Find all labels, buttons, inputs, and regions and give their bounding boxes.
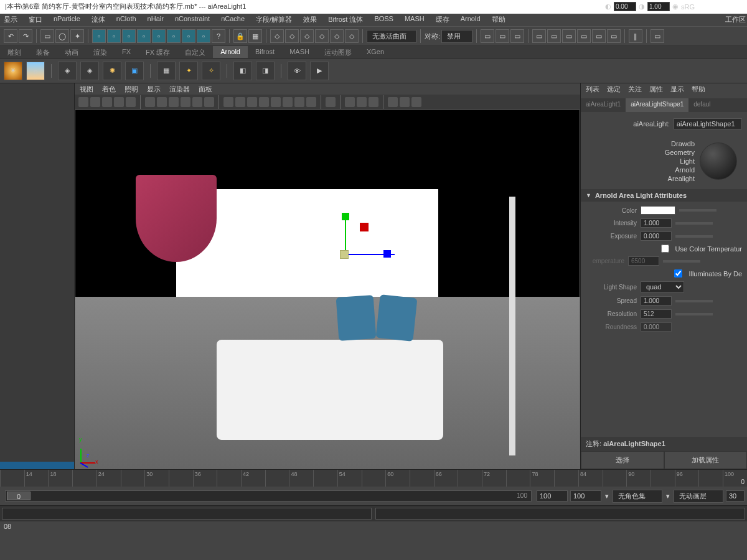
ae-tab[interactable]: defaul [688, 98, 715, 112]
menu-item[interactable]: 流体 [92, 15, 105, 25]
vp-select-cam-icon[interactable] [78, 97, 88, 107]
select-icon[interactable]: ▭ [40, 29, 54, 43]
sel-hull-icon[interactable]: ▫ [197, 29, 210, 43]
colorspace-icon[interactable]: ◉ [672, 2, 679, 11]
shelf-tab[interactable]: FX 缓存 [138, 46, 177, 58]
move-gizmo[interactable]: ↖ [308, 218, 382, 292]
symmetry-dropdown[interactable]: 禁用 [441, 30, 472, 43]
sel-edge-icon[interactable]: ▫ [107, 29, 121, 43]
vp-menu-item[interactable]: 照明 [125, 85, 138, 93]
menu-item[interactable]: nCloth [116, 15, 136, 25]
ae-menu-item[interactable]: 关注 [628, 85, 642, 93]
wireframe-icon[interactable] [223, 97, 233, 107]
shelf-tab[interactable]: FX [115, 46, 138, 58]
ae-menu-item[interactable]: 选定 [607, 85, 621, 93]
shelf-tab[interactable]: 动画 [57, 46, 86, 58]
exposure-slider[interactable] [675, 235, 713, 238]
snap-plane-icon[interactable]: ◇ [315, 29, 329, 43]
menu-item[interactable]: nConstraint [175, 15, 210, 25]
ao-icon[interactable] [283, 97, 293, 107]
shelf-tab[interactable]: 雕刻 [0, 46, 29, 58]
viewport-3d[interactable]: ↖ y x z [75, 110, 580, 469]
mesh-light-icon[interactable]: ◈ [58, 62, 77, 80]
ae-tab[interactable]: aiAreaLight1 [581, 98, 626, 112]
spread-slider[interactable] [675, 300, 713, 302]
gizmo-y-axis[interactable] [345, 218, 346, 255]
shelf-tab[interactable]: 运动图形 [317, 46, 359, 58]
standins-icon[interactable]: ✦ [179, 62, 198, 80]
menu-item[interactable]: 帮助 [492, 15, 505, 25]
ipr-icon[interactable]: ▭ [547, 29, 561, 43]
live-surface-dropdown[interactable]: 无激活曲面 [367, 30, 416, 43]
xray-joints-icon[interactable] [357, 97, 367, 107]
use-temp-checkbox[interactable] [661, 245, 669, 253]
playblast-icon[interactable]: ‖ [629, 29, 642, 43]
range-start-handle[interactable]: 0 [7, 492, 31, 500]
range-in-field[interactable] [537, 490, 568, 502]
textured-icon[interactable] [247, 97, 257, 107]
shelf-tab[interactable]: 自定义 [177, 46, 213, 58]
physical-sky-icon[interactable]: ☼ [26, 62, 45, 80]
motion-blur-icon[interactable] [294, 97, 304, 107]
ae-attr-scroll[interactable]: Arnold Area Light Attributes Color Inten… [581, 187, 747, 434]
menu-item[interactable]: BOSS [374, 15, 393, 25]
menu-item[interactable]: 效果 [303, 15, 317, 25]
construct-icon[interactable]: ▭ [496, 29, 509, 43]
area-light-icon[interactable]: ◈ [80, 62, 99, 80]
gizmo-y-handle[interactable] [342, 213, 349, 220]
paint-select-icon[interactable]: ✦ [70, 29, 84, 43]
charset-dropdown[interactable]: 无角色集 [613, 490, 662, 503]
illuminates-checkbox[interactable] [674, 269, 682, 278]
gizmo-x-handle[interactable] [360, 223, 369, 231]
grid-icon[interactable] [145, 97, 155, 107]
viewport-icon[interactable]: ◨ [256, 62, 275, 80]
render-icon[interactable]: ▭ [532, 29, 546, 43]
animlayer-dropdown[interactable]: 无动画层 [674, 490, 723, 503]
ae-menu-item[interactable]: 属性 [649, 85, 663, 93]
vp-menu-item[interactable]: 面板 [199, 85, 212, 93]
gamma-icon[interactable] [400, 97, 410, 107]
smooth-icon[interactable] [235, 97, 245, 107]
xray-comp-icon[interactable] [369, 97, 378, 107]
shelf-tab[interactable]: Bifrost [248, 46, 282, 58]
menu-item[interactable]: 缓存 [436, 15, 449, 25]
colorspace-label[interactable]: sRG [681, 3, 695, 11]
menu-item[interactable]: 窗口 [29, 15, 42, 25]
gate-mask-icon[interactable] [181, 97, 190, 107]
volume-icon[interactable]: ▣ [125, 62, 144, 80]
vp-menu-item[interactable]: 显示 [147, 85, 161, 93]
intensity-slider[interactable] [675, 222, 713, 225]
exposure-field[interactable] [641, 231, 672, 241]
gizmo-z-handle[interactable] [383, 250, 391, 258]
vp-image-plane-icon[interactable] [114, 97, 124, 107]
sequence-icon[interactable]: ▶ [310, 62, 329, 80]
resolution-field[interactable] [641, 309, 672, 319]
vp-bookmark-icon[interactable] [102, 97, 112, 107]
snap-grid-icon[interactable]: ◇ [270, 29, 284, 43]
help-icon[interactable]: ? [212, 29, 225, 43]
menu-item[interactable]: nCache [221, 15, 245, 25]
xray-icon[interactable] [345, 97, 355, 107]
select-button[interactable]: 选择 [581, 451, 664, 469]
vp-menu-item[interactable]: 着色 [102, 85, 116, 93]
render-setup-icon[interactable]: ▭ [592, 29, 606, 43]
intensity-field[interactable] [641, 218, 672, 228]
sel-obj-icon[interactable]: ▫ [152, 29, 166, 43]
ae-tab-active[interactable]: aiAreaLightShape1 [626, 98, 688, 112]
exposure-field[interactable] [614, 2, 636, 11]
menu-item[interactable]: nHair [148, 15, 164, 25]
ae-name-field[interactable] [674, 118, 742, 129]
sel-multi-icon[interactable]: ▫ [167, 29, 181, 43]
snap-point-icon[interactable]: ◇ [300, 29, 314, 43]
vp-2d-icon[interactable] [126, 97, 136, 107]
render-settings-icon[interactable]: ▭ [562, 29, 576, 43]
film-gate-icon[interactable] [157, 97, 167, 107]
safe-action-icon[interactable] [204, 97, 214, 107]
undo-icon[interactable]: ↶ [4, 29, 17, 43]
sel-uv-icon[interactable]: ▫ [137, 29, 151, 43]
photometric-icon[interactable]: ✺ [103, 62, 121, 80]
aov-icon[interactable]: ◧ [233, 62, 252, 80]
menu-item[interactable]: nParticle [54, 15, 80, 25]
temperature-field[interactable] [628, 256, 659, 266]
range-out-field[interactable] [570, 490, 601, 502]
